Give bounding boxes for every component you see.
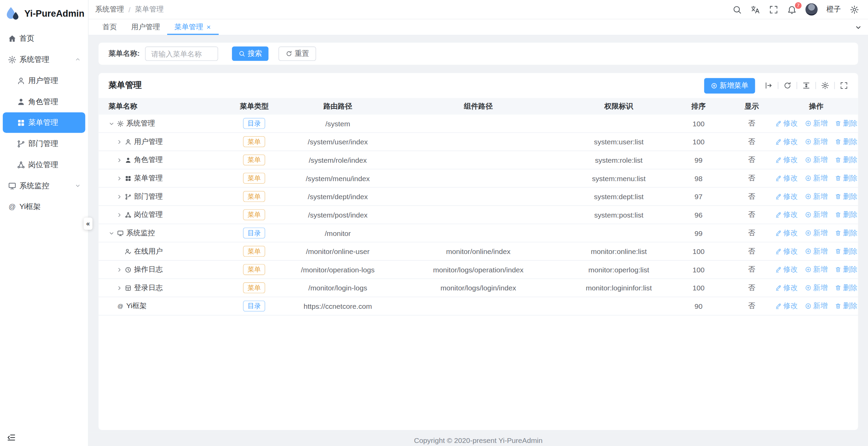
expand-toggle-icon[interactable] [116,139,122,145]
edit-button[interactable]: 修改 [775,283,798,293]
expand-toggle-icon[interactable] [116,285,122,291]
search-button[interactable]: 搜索 [232,47,269,61]
column-settings-icon[interactable] [821,81,829,90]
route-path: /system/menu/index [288,174,387,182]
notifications-button[interactable]: 7 [787,5,797,14]
add-button[interactable]: 新增 [805,155,828,165]
tab-home[interactable]: 首页 [95,19,124,35]
add-button[interactable]: 新增 [805,173,828,183]
menu-name-input[interactable] [145,47,218,61]
trash-icon [835,248,841,255]
role-icon [125,156,132,163]
sidebar-item-user[interactable]: 用户管理 [3,70,85,91]
edit-button[interactable]: 修改 [775,265,798,274]
user-name[interactable]: 橙子 [826,4,841,14]
pluscircle-icon [805,157,812,163]
add-button[interactable]: 新增 [805,228,828,238]
reset-button[interactable]: 重置 [279,47,316,61]
delete-button[interactable]: 删除 [835,173,857,183]
trash-icon [835,266,841,273]
add-button[interactable]: 新增 [805,301,828,311]
sidebar-item-dept[interactable]: 部门管理 [3,133,85,154]
delete-button[interactable]: 删除 [835,155,857,165]
route-path: /monitor/login-logs [288,284,387,292]
menu-type-cell: 菜单 [220,282,288,293]
expand-toggle-icon[interactable] [116,157,122,163]
column-header: 菜单名称 [98,101,220,111]
add-button[interactable]: 新增 [805,191,828,201]
expand-toggle-icon[interactable] [116,267,122,273]
menu-fold-button[interactable] [7,433,16,442]
sidebar-item-menu[interactable]: 菜单管理 [3,112,85,133]
expand-toggle-icon[interactable] [109,230,115,236]
add-menu-button[interactable]: 新增菜单 [704,78,755,93]
sidebar-collapse-handle[interactable]: « [83,218,92,230]
translate-icon[interactable] [751,5,760,14]
expand-toggle-icon[interactable] [116,193,122,200]
monitor-icon [8,181,17,190]
add-button[interactable]: 新增 [805,210,828,220]
expand-collapse-icon[interactable] [764,81,773,90]
edit-button[interactable]: 修改 [775,210,798,220]
add-button[interactable]: 新增 [805,265,828,274]
delete-button-label: 删除 [843,283,857,293]
search-icon[interactable] [732,5,742,14]
app-logo[interactable]: Yi-PureAdmin [0,0,88,27]
menu-type-cell: 菜单 [220,136,288,147]
expand-toggle-icon[interactable] [116,175,122,181]
edit-button-label: 修改 [783,210,798,220]
tab-menu[interactable]: 菜单管理 [167,19,219,35]
delete-button-label: 删除 [843,191,857,201]
edit-button[interactable]: 修改 [775,191,798,201]
delete-button[interactable]: 删除 [835,137,857,147]
delete-button[interactable]: 删除 [835,191,857,201]
tabs-menu-button[interactable] [848,19,868,35]
edit-button[interactable]: 修改 [775,301,798,311]
sidebar-item-role[interactable]: 角色管理 [3,91,85,112]
density-icon[interactable] [802,81,810,90]
sidebar-item-monitor[interactable]: 系统监控 [3,175,85,196]
edit-button[interactable]: 修改 [775,228,798,238]
delete-button-label: 删除 [843,173,857,183]
fullscreen-icon[interactable] [769,5,778,14]
edit-button[interactable]: 修改 [775,246,798,256]
operations: 修改新增删除 [774,228,858,238]
close-tab-icon[interactable] [206,25,211,30]
breadcrumb-item[interactable]: 系统管理 [95,4,124,14]
delete-button[interactable]: 删除 [835,265,857,274]
sidebar-item-post[interactable]: 岗位管理 [3,155,85,175]
edit-button[interactable]: 修改 [775,118,798,128]
avatar[interactable] [805,3,818,16]
add-button[interactable]: 新增 [805,118,828,128]
refresh-icon[interactable] [783,81,791,90]
delete-button[interactable]: 删除 [835,228,857,238]
refresh-icon [286,50,293,57]
usercheck-icon [125,248,132,255]
delete-button[interactable]: 删除 [835,283,857,293]
type-tag: 菜单 [243,246,265,257]
settings-gear-icon[interactable] [850,5,859,14]
delete-button[interactable]: 删除 [835,301,857,311]
sidebar-item-home[interactable]: 首页 [3,28,85,49]
tab-user[interactable]: 用户管理 [124,19,167,35]
sidebar-item-yi[interactable]: Yi框架 [3,196,85,217]
add-button[interactable]: 新增 [805,283,828,293]
table-card-header: 菜单管理 新增菜单 [98,73,858,98]
edit-button-label: 修改 [783,228,798,238]
table-fullscreen-icon[interactable] [840,81,848,90]
delete-button[interactable]: 删除 [835,246,857,256]
edit-button-label: 修改 [783,118,798,128]
delete-button[interactable]: 删除 [835,210,857,220]
sidebar-item-system[interactable]: 系统管理 [3,49,85,70]
delete-button[interactable]: 删除 [835,118,857,128]
expand-toggle-icon[interactable] [109,121,115,127]
edit-button[interactable]: 修改 [775,155,798,165]
edit-button[interactable]: 修改 [775,173,798,183]
expand-toggle-icon[interactable] [116,212,122,218]
logo-drop-icon [5,6,21,21]
edit-button[interactable]: 修改 [775,137,798,147]
menu-type-cell: 菜单 [220,264,288,275]
visible-value: 否 [729,228,775,238]
add-button[interactable]: 新增 [805,246,828,256]
add-button[interactable]: 新增 [805,137,828,147]
